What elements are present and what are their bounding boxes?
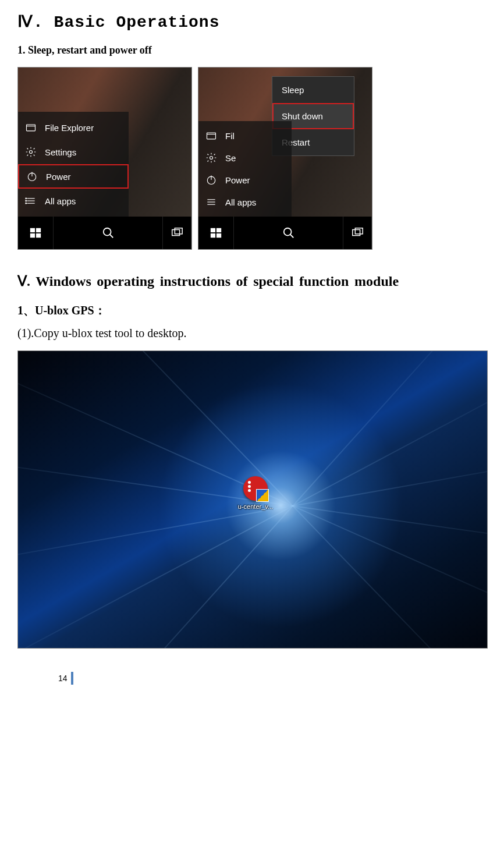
- all-apps-icon: [205, 196, 217, 208]
- menu-item-label: Fil: [225, 131, 235, 141]
- search-button[interactable]: [54, 217, 163, 249]
- menu-item-label: Power: [46, 172, 71, 182]
- menu-item-label: Power: [225, 175, 250, 185]
- search-icon: [282, 226, 295, 239]
- svg-rect-16: [172, 230, 180, 236]
- taskbar: [18, 217, 191, 249]
- power-option-sleep[interactable]: Sleep: [272, 77, 354, 103]
- page-number-bar: [71, 672, 73, 685]
- menu-item-power[interactable]: Power: [198, 169, 292, 191]
- svg-rect-10: [30, 228, 35, 232]
- svg-rect-27: [211, 233, 215, 238]
- page-number: 14: [58, 672, 487, 685]
- u-center-icon: [243, 476, 268, 501]
- svg-point-1: [30, 151, 33, 154]
- screenshot-row: File Explorer Settings Power All apps: [17, 67, 487, 250]
- menu-item-all-apps[interactable]: All apps: [18, 189, 129, 213]
- task-view-button[interactable]: [343, 217, 372, 249]
- light-beam: [17, 452, 488, 574]
- svg-rect-26: [216, 228, 221, 232]
- all-apps-icon: [25, 195, 37, 207]
- file-explorer-icon: [205, 130, 217, 141]
- svg-rect-13: [36, 233, 41, 238]
- screenshot-start-menu-power: File Explorer Settings Power All apps: [17, 67, 192, 250]
- section-4-sub-1: 1. Sleep, restart and power off: [17, 44, 487, 56]
- menu-item-settings[interactable]: Settings: [18, 140, 129, 164]
- menu-item-settings[interactable]: Se: [198, 147, 292, 169]
- screenshot-power-submenu: Sleep Shut down Restart Fil Se: [198, 67, 372, 250]
- windows-icon: [210, 226, 222, 239]
- menu-item-power[interactable]: Power: [18, 164, 129, 189]
- taskbar: [198, 217, 372, 249]
- menu-item-label: All apps: [225, 197, 256, 207]
- svg-rect-25: [211, 228, 215, 232]
- menu-item-file-explorer[interactable]: Fil: [198, 125, 292, 147]
- screenshot-desktop: u-center_v...: [17, 350, 488, 649]
- svg-point-19: [210, 157, 213, 160]
- svg-rect-0: [27, 125, 36, 131]
- svg-rect-18: [207, 133, 216, 139]
- search-icon: [102, 226, 115, 239]
- svg-rect-28: [216, 233, 221, 238]
- windows-icon: [29, 226, 42, 239]
- search-button[interactable]: [234, 217, 343, 249]
- task-view-icon: [171, 226, 183, 239]
- menu-item-label: All apps: [45, 196, 76, 206]
- power-icon: [26, 171, 38, 182]
- menu-item-file-explorer[interactable]: File Explorer: [18, 115, 129, 140]
- svg-point-9: [26, 203, 27, 204]
- start-menu-list: File Explorer Settings Power All apps: [18, 112, 129, 217]
- menu-item-label: File Explorer: [45, 123, 94, 133]
- start-button[interactable]: [198, 217, 234, 249]
- svg-rect-31: [353, 230, 360, 236]
- menu-item-label: Se: [225, 153, 236, 163]
- start-menu-list: Fil Se Power All apps: [198, 121, 292, 217]
- step-1-text: (1).Copy u-blox test tool to desktop.: [17, 327, 487, 340]
- svg-line-15: [109, 235, 113, 238]
- desktop-icon-u-center[interactable]: u-center_v...: [235, 476, 276, 510]
- svg-rect-11: [36, 228, 41, 232]
- task-view-button[interactable]: [163, 217, 191, 249]
- gear-icon: [205, 152, 217, 164]
- task-view-icon: [351, 226, 364, 239]
- section-5-title: Ⅴ. Windows operating instructions of spe…: [17, 266, 487, 297]
- start-button[interactable]: [18, 217, 54, 249]
- svg-point-29: [283, 228, 291, 236]
- power-icon: [205, 174, 217, 186]
- svg-point-8: [26, 200, 27, 201]
- svg-point-7: [26, 198, 27, 199]
- svg-rect-32: [355, 228, 363, 234]
- menu-item-label: Settings: [45, 147, 76, 157]
- svg-rect-17: [175, 228, 182, 234]
- svg-line-30: [290, 235, 293, 238]
- section-4-title: Ⅳ. Basic Operations: [17, 12, 487, 31]
- page-number-value: 14: [58, 674, 68, 683]
- file-explorer-icon: [25, 122, 37, 133]
- svg-rect-12: [30, 233, 35, 238]
- svg-point-14: [103, 228, 111, 236]
- gear-icon: [25, 146, 37, 158]
- desktop-icon-label: u-center_v...: [235, 503, 276, 510]
- menu-item-all-apps[interactable]: All apps: [198, 191, 292, 213]
- section-5-sub-1: 1、U-blox GPS：: [17, 303, 487, 318]
